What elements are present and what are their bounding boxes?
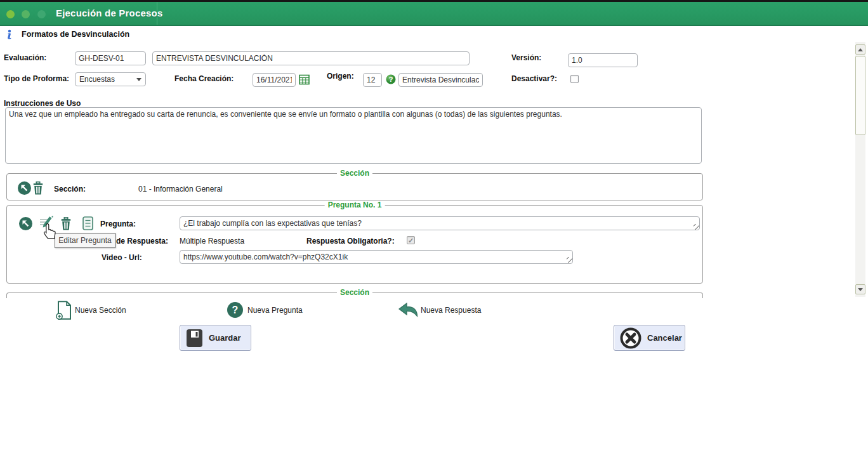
delete-question-trash-icon[interactable] [61,217,71,230]
window-dot-1-icon[interactable] [6,10,15,18]
svg-text:?: ? [232,305,239,315]
edit-icon[interactable] [39,216,54,231]
version-label: Versión: [511,53,541,62]
origen-code-input[interactable] [363,73,382,87]
pregunta-input[interactable] [180,216,700,230]
edit-question-tooltip: Editar Pregunta [55,233,115,248]
new-section-icon[interactable] [56,301,72,320]
select-section-icon[interactable] [18,181,31,195]
evaluacion-name-input[interactable] [152,51,470,65]
desactivar-label: Desactivar?: [511,74,557,83]
nueva-respuesta-button[interactable]: Nueva Respuesta [421,306,481,315]
seccion2-fieldset: Sección [6,292,703,298]
chevron-down-icon [136,78,141,81]
tipo-proforma-select[interactable]: Encuestas [75,72,146,86]
vertical-scrollbar[interactable] [855,42,865,297]
window-dot-3-icon[interactable] [37,10,46,18]
window-title: Ejecución de Procesos [56,2,162,25]
scroll-down-icon [858,288,863,291]
fecha-creacion-input[interactable] [253,73,296,87]
scrollbar-thumb[interactable] [855,56,865,135]
save-button[interactable]: Guardar [180,325,251,351]
tipo-proforma-value: Encuestas [79,75,134,84]
cancel-button[interactable]: Cancelar [614,325,685,351]
fecha-creacion-label: Fecha Creación: [174,74,233,83]
instrucciones-label: Instrucciones de Uso [4,99,81,108]
respuesta-obligatoria-label: Respuesta Obligatoria?: [306,237,395,246]
video-url-input[interactable] [180,250,573,264]
nueva-seccion-button[interactable]: Nueva Sección [75,306,126,315]
pregunta-label: Pregunta: [100,220,136,228]
pregunta-legend: Pregunta No. 1 [325,200,385,209]
video-url-label: Video - Url: [102,253,142,262]
instrucciones-textarea[interactable]: Una vez que un empleado ha entregado su … [5,107,702,164]
seccion-value: 01 - Información General [138,185,223,194]
svg-text:?: ? [389,76,393,83]
tipo-proforma-label: Tipo de Proforma: [4,74,69,83]
help-icon[interactable]: ? [386,74,396,84]
cancel-button-label: Cancelar [647,333,682,343]
save-button-label: Guardar [209,333,241,343]
title-bar: Ejecución de Procesos [0,0,868,26]
scroll-up-icon [858,48,863,51]
nueva-pregunta-button[interactable]: Nueva Pregunta [247,306,303,315]
respuesta-obligatoria-checkbox[interactable] [407,236,415,244]
seccion-label: Sección: [54,185,86,194]
calendar-icon[interactable] [299,74,310,85]
app-window: Ejecución de Procesos Formatos de Desvin… [0,0,868,453]
tipo-respuesta-label: de Respuesta: [116,237,168,246]
page-title: Formatos de Desvinculación [22,30,129,39]
seccion-legend: Sección [337,169,372,178]
info-icon [5,29,14,41]
question-doc-icon[interactable] [82,216,93,230]
new-answer-icon[interactable] [398,303,418,317]
seccion2-legend: Sección [337,288,372,297]
window-dot-2-icon[interactable] [22,10,30,18]
scroll-down-button[interactable] [855,284,865,294]
select-question-icon[interactable] [19,217,32,230]
save-icon [186,329,203,348]
tipo-respuesta-value: Múltiple Respuesta [180,237,244,246]
cancel-icon [620,327,641,349]
evaluacion-label: Evaluación: [4,53,46,62]
version-input[interactable] [568,53,638,67]
seccion-fieldset: Sección [6,173,703,200]
origen-label: Origen: [327,72,354,81]
desactivar-checkbox[interactable] [570,75,579,83]
origen-name-input[interactable] [398,73,483,87]
header-divider [157,2,157,25]
delete-section-trash-icon[interactable] [33,181,43,195]
new-question-icon[interactable]: ? [227,302,243,318]
evaluacion-code-input[interactable] [75,51,146,65]
scroll-up-button[interactable] [855,44,865,55]
